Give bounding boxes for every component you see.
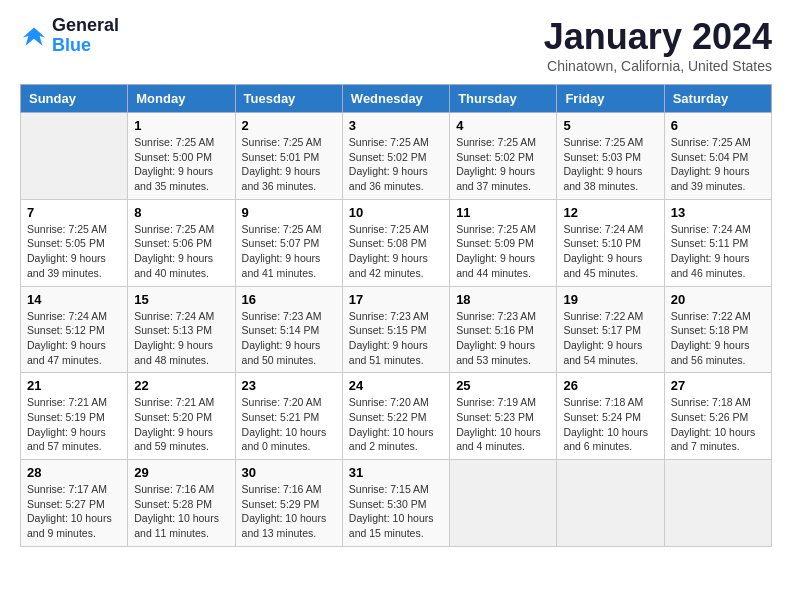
calendar-header-thursday: Thursday [450, 85, 557, 113]
day-number: 15 [134, 292, 228, 307]
calendar-cell: 15Sunrise: 7:24 AM Sunset: 5:13 PM Dayli… [128, 286, 235, 373]
calendar-week-row: 21Sunrise: 7:21 AM Sunset: 5:19 PM Dayli… [21, 373, 772, 460]
day-info: Sunrise: 7:20 AM Sunset: 5:22 PM Dayligh… [349, 395, 443, 454]
day-number: 11 [456, 205, 550, 220]
month-title: January 2024 [544, 16, 772, 58]
calendar-cell [21, 113, 128, 200]
day-info: Sunrise: 7:17 AM Sunset: 5:27 PM Dayligh… [27, 482, 121, 541]
day-number: 19 [563, 292, 657, 307]
calendar-cell [664, 460, 771, 547]
day-number: 27 [671, 378, 765, 393]
calendar-cell: 2Sunrise: 7:25 AM Sunset: 5:01 PM Daylig… [235, 113, 342, 200]
day-info: Sunrise: 7:25 AM Sunset: 5:07 PM Dayligh… [242, 222, 336, 281]
logo-icon [20, 22, 48, 50]
calendar-cell: 25Sunrise: 7:19 AM Sunset: 5:23 PM Dayli… [450, 373, 557, 460]
calendar-cell: 16Sunrise: 7:23 AM Sunset: 5:14 PM Dayli… [235, 286, 342, 373]
page-header: General Blue January 2024 Chinatown, Cal… [20, 16, 772, 74]
day-info: Sunrise: 7:23 AM Sunset: 5:14 PM Dayligh… [242, 309, 336, 368]
day-info: Sunrise: 7:25 AM Sunset: 5:02 PM Dayligh… [349, 135, 443, 194]
day-number: 16 [242, 292, 336, 307]
day-number: 2 [242, 118, 336, 133]
day-number: 20 [671, 292, 765, 307]
svg-marker-0 [23, 27, 45, 45]
day-info: Sunrise: 7:25 AM Sunset: 5:00 PM Dayligh… [134, 135, 228, 194]
title-block: January 2024 Chinatown, California, Unit… [544, 16, 772, 74]
day-number: 29 [134, 465, 228, 480]
calendar-table: SundayMondayTuesdayWednesdayThursdayFrid… [20, 84, 772, 547]
day-number: 26 [563, 378, 657, 393]
calendar-week-row: 7Sunrise: 7:25 AM Sunset: 5:05 PM Daylig… [21, 199, 772, 286]
day-info: Sunrise: 7:22 AM Sunset: 5:18 PM Dayligh… [671, 309, 765, 368]
calendar-cell: 28Sunrise: 7:17 AM Sunset: 5:27 PM Dayli… [21, 460, 128, 547]
calendar-cell: 5Sunrise: 7:25 AM Sunset: 5:03 PM Daylig… [557, 113, 664, 200]
calendar-header-wednesday: Wednesday [342, 85, 449, 113]
day-number: 22 [134, 378, 228, 393]
calendar-cell [450, 460, 557, 547]
day-number: 8 [134, 205, 228, 220]
day-info: Sunrise: 7:25 AM Sunset: 5:04 PM Dayligh… [671, 135, 765, 194]
day-number: 24 [349, 378, 443, 393]
calendar-cell: 1Sunrise: 7:25 AM Sunset: 5:00 PM Daylig… [128, 113, 235, 200]
day-info: Sunrise: 7:25 AM Sunset: 5:03 PM Dayligh… [563, 135, 657, 194]
calendar-cell: 18Sunrise: 7:23 AM Sunset: 5:16 PM Dayli… [450, 286, 557, 373]
calendar-cell: 13Sunrise: 7:24 AM Sunset: 5:11 PM Dayli… [664, 199, 771, 286]
day-info: Sunrise: 7:25 AM Sunset: 5:06 PM Dayligh… [134, 222, 228, 281]
day-number: 4 [456, 118, 550, 133]
calendar-week-row: 1Sunrise: 7:25 AM Sunset: 5:00 PM Daylig… [21, 113, 772, 200]
calendar-header-saturday: Saturday [664, 85, 771, 113]
day-number: 7 [27, 205, 121, 220]
calendar-week-row: 28Sunrise: 7:17 AM Sunset: 5:27 PM Dayli… [21, 460, 772, 547]
calendar-cell: 12Sunrise: 7:24 AM Sunset: 5:10 PM Dayli… [557, 199, 664, 286]
day-number: 23 [242, 378, 336, 393]
day-info: Sunrise: 7:21 AM Sunset: 5:19 PM Dayligh… [27, 395, 121, 454]
day-number: 25 [456, 378, 550, 393]
calendar-cell: 23Sunrise: 7:20 AM Sunset: 5:21 PM Dayli… [235, 373, 342, 460]
day-number: 30 [242, 465, 336, 480]
calendar-cell [557, 460, 664, 547]
calendar-cell: 20Sunrise: 7:22 AM Sunset: 5:18 PM Dayli… [664, 286, 771, 373]
calendar-cell: 24Sunrise: 7:20 AM Sunset: 5:22 PM Dayli… [342, 373, 449, 460]
calendar-cell: 11Sunrise: 7:25 AM Sunset: 5:09 PM Dayli… [450, 199, 557, 286]
calendar-cell: 10Sunrise: 7:25 AM Sunset: 5:08 PM Dayli… [342, 199, 449, 286]
day-number: 6 [671, 118, 765, 133]
day-info: Sunrise: 7:24 AM Sunset: 5:10 PM Dayligh… [563, 222, 657, 281]
calendar-header-sunday: Sunday [21, 85, 128, 113]
day-info: Sunrise: 7:24 AM Sunset: 5:11 PM Dayligh… [671, 222, 765, 281]
calendar-cell: 4Sunrise: 7:25 AM Sunset: 5:02 PM Daylig… [450, 113, 557, 200]
calendar-cell: 14Sunrise: 7:24 AM Sunset: 5:12 PM Dayli… [21, 286, 128, 373]
calendar-cell: 22Sunrise: 7:21 AM Sunset: 5:20 PM Dayli… [128, 373, 235, 460]
calendar-cell: 30Sunrise: 7:16 AM Sunset: 5:29 PM Dayli… [235, 460, 342, 547]
day-number: 12 [563, 205, 657, 220]
day-info: Sunrise: 7:16 AM Sunset: 5:28 PM Dayligh… [134, 482, 228, 541]
logo: General Blue [20, 16, 119, 56]
day-info: Sunrise: 7:18 AM Sunset: 5:26 PM Dayligh… [671, 395, 765, 454]
day-info: Sunrise: 7:16 AM Sunset: 5:29 PM Dayligh… [242, 482, 336, 541]
calendar-header-friday: Friday [557, 85, 664, 113]
logo-text: General Blue [52, 16, 119, 56]
calendar-cell: 31Sunrise: 7:15 AM Sunset: 5:30 PM Dayli… [342, 460, 449, 547]
location: Chinatown, California, United States [544, 58, 772, 74]
day-number: 13 [671, 205, 765, 220]
day-number: 14 [27, 292, 121, 307]
calendar-cell: 7Sunrise: 7:25 AM Sunset: 5:05 PM Daylig… [21, 199, 128, 286]
calendar-cell: 27Sunrise: 7:18 AM Sunset: 5:26 PM Dayli… [664, 373, 771, 460]
day-number: 18 [456, 292, 550, 307]
day-info: Sunrise: 7:25 AM Sunset: 5:08 PM Dayligh… [349, 222, 443, 281]
day-number: 21 [27, 378, 121, 393]
calendar-week-row: 14Sunrise: 7:24 AM Sunset: 5:12 PM Dayli… [21, 286, 772, 373]
day-number: 17 [349, 292, 443, 307]
calendar-cell: 3Sunrise: 7:25 AM Sunset: 5:02 PM Daylig… [342, 113, 449, 200]
calendar-cell: 26Sunrise: 7:18 AM Sunset: 5:24 PM Dayli… [557, 373, 664, 460]
calendar-cell: 8Sunrise: 7:25 AM Sunset: 5:06 PM Daylig… [128, 199, 235, 286]
day-number: 9 [242, 205, 336, 220]
calendar-cell: 9Sunrise: 7:25 AM Sunset: 5:07 PM Daylig… [235, 199, 342, 286]
day-info: Sunrise: 7:15 AM Sunset: 5:30 PM Dayligh… [349, 482, 443, 541]
day-number: 10 [349, 205, 443, 220]
day-info: Sunrise: 7:23 AM Sunset: 5:16 PM Dayligh… [456, 309, 550, 368]
calendar-cell: 6Sunrise: 7:25 AM Sunset: 5:04 PM Daylig… [664, 113, 771, 200]
day-number: 28 [27, 465, 121, 480]
day-number: 3 [349, 118, 443, 133]
day-info: Sunrise: 7:25 AM Sunset: 5:05 PM Dayligh… [27, 222, 121, 281]
calendar-cell: 21Sunrise: 7:21 AM Sunset: 5:19 PM Dayli… [21, 373, 128, 460]
day-info: Sunrise: 7:24 AM Sunset: 5:12 PM Dayligh… [27, 309, 121, 368]
